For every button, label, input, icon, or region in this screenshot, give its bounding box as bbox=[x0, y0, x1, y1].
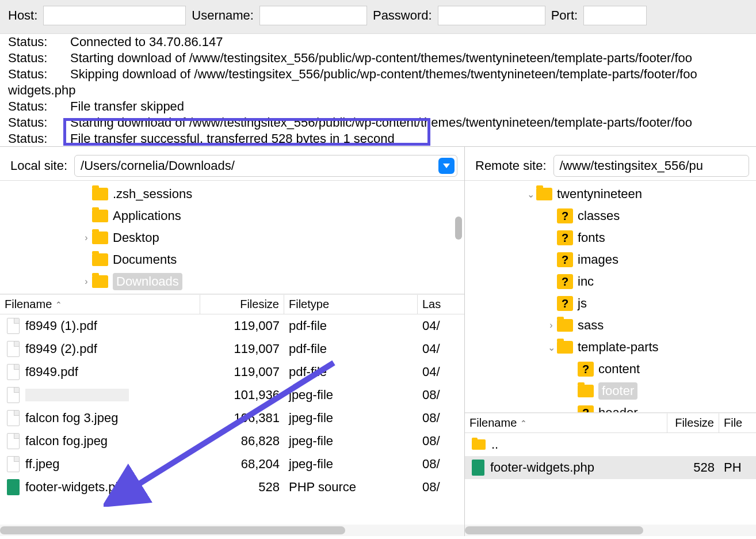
log-text: Starting download of /www/testingsitex_5… bbox=[70, 50, 692, 66]
file-icon bbox=[7, 456, 20, 472]
file-lastmod: 04/ bbox=[418, 318, 464, 333]
tree-item[interactable]: ›Downloads bbox=[0, 271, 464, 293]
log-line: Status:Connected to 34.70.86.147 bbox=[8, 34, 748, 50]
port-input[interactable] bbox=[583, 6, 647, 25]
file-type: jpeg-file bbox=[284, 411, 418, 426]
host-input[interactable] bbox=[43, 6, 186, 25]
tree-item[interactable]: ⌄template-parts bbox=[465, 336, 756, 358]
col-filetype[interactable]: File bbox=[719, 413, 756, 432]
tree-item[interactable]: ?classes bbox=[465, 205, 756, 227]
file-row[interactable]: falcon fog 3.jpeg106,381jpeg-file08/ bbox=[0, 407, 464, 430]
scrollbar-thumb[interactable] bbox=[0, 526, 345, 534]
tree-item[interactable]: ⌄twentynineteen bbox=[465, 183, 756, 205]
tree-item[interactable]: ?images bbox=[465, 249, 756, 271]
password-input[interactable] bbox=[438, 6, 545, 25]
remote-path-combo[interactable]: /www/testingsitex_556/pu bbox=[553, 155, 750, 177]
folder-unknown-icon: ? bbox=[557, 208, 573, 223]
remote-tree[interactable]: ⌄twentynineteen?classes?fonts?images?inc… bbox=[465, 180, 756, 413]
chevron-down-icon[interactable] bbox=[438, 158, 455, 174]
tree-item[interactable]: Documents bbox=[0, 249, 464, 271]
file-row[interactable]: ff.jpeg68,204jpeg-file08/ bbox=[0, 453, 464, 476]
log-text: Starting download of /www/testingsitex_5… bbox=[70, 115, 692, 131]
file-size: 528 bbox=[667, 460, 719, 475]
file-row[interactable]: f8949 (1).pdf119,007pdf-file04/ bbox=[0, 314, 464, 337]
disclosure-icon[interactable]: › bbox=[81, 276, 92, 287]
folder-unknown-icon: ? bbox=[578, 405, 594, 413]
local-file-list[interactable]: Filename⌃ Filesize Filetype Las f8949 (1… bbox=[0, 294, 464, 536]
file-type: jpeg-file bbox=[284, 388, 418, 403]
folder-unknown-icon: ? bbox=[557, 230, 573, 245]
col-filesize[interactable]: Filesize bbox=[667, 413, 719, 432]
remote-site-label: Remote site: bbox=[475, 158, 547, 173]
file-row[interactable]: falcon fog.jpeg86,828jpeg-file08/ bbox=[0, 430, 464, 453]
disclosure-icon[interactable]: › bbox=[545, 320, 557, 331]
host-label: Host: bbox=[8, 8, 37, 23]
tree-label: .zsh_sessions bbox=[113, 187, 192, 202]
file-lastmod: 08/ bbox=[418, 457, 464, 472]
tree-label: Downloads bbox=[113, 273, 182, 290]
log-line: Status:Skipping download of /www/testing… bbox=[8, 66, 748, 82]
tree-item[interactable]: ›sass bbox=[465, 314, 756, 336]
disclosure-icon[interactable]: › bbox=[81, 233, 92, 243]
log-line: Status:File transfer successful, transfe… bbox=[8, 131, 748, 147]
file-type: jpeg-file bbox=[284, 434, 418, 449]
log-line: widgets.php bbox=[8, 82, 748, 98]
file-row[interactable]: footer-widgets.php528PH bbox=[465, 456, 756, 479]
file-row[interactable]: 101,936jpeg-file08/ bbox=[0, 384, 464, 407]
hscroll-track[interactable] bbox=[0, 525, 464, 536]
log-label: Status: bbox=[8, 115, 70, 131]
col-filename[interactable]: Filename⌃ bbox=[465, 413, 667, 432]
file-row[interactable]: footer-widgets.php528PHP source08/ bbox=[0, 476, 464, 499]
scrollbar-thumb[interactable] bbox=[465, 526, 643, 534]
file-name: .. bbox=[491, 437, 498, 452]
php-file-icon bbox=[472, 460, 484, 476]
file-icon bbox=[7, 410, 20, 426]
col-filename[interactable]: Filename⌃ bbox=[0, 295, 200, 314]
tree-item[interactable]: ?fonts bbox=[465, 227, 756, 249]
username-label: Username: bbox=[192, 8, 254, 23]
local-path-combo[interactable]: /Users/cornelia/Downloads/ bbox=[74, 155, 457, 177]
remote-pane: Remote site: /www/testingsitex_556/pu ⌄t… bbox=[465, 147, 756, 536]
disclosure-icon[interactable]: ⌄ bbox=[525, 189, 536, 200]
col-filetype[interactable]: Filetype bbox=[284, 295, 418, 314]
disclosure-icon[interactable]: ⌄ bbox=[545, 342, 557, 353]
tree-item[interactable]: footer bbox=[465, 380, 756, 402]
tree-item[interactable]: ?content bbox=[465, 358, 756, 380]
file-name: falcon fog.jpeg bbox=[25, 434, 108, 449]
file-type: pdf-file bbox=[284, 365, 418, 379]
file-lastmod: 08/ bbox=[418, 434, 464, 449]
file-row[interactable]: f8949 (2).pdf119,007pdf-file04/ bbox=[0, 337, 464, 360]
tree-label: Documents bbox=[113, 252, 177, 267]
file-row[interactable]: .. bbox=[465, 433, 756, 456]
file-icon bbox=[7, 433, 20, 449]
folder-unknown-icon: ? bbox=[557, 274, 573, 289]
tree-label: images bbox=[578, 252, 618, 267]
remote-file-list[interactable]: Filename⌃ Filesize File ..footer-widgets… bbox=[465, 413, 756, 536]
tree-item[interactable]: Applications bbox=[0, 205, 464, 227]
hscroll-track[interactable] bbox=[465, 525, 756, 536]
local-list-header[interactable]: Filename⌃ Filesize Filetype Las bbox=[0, 295, 464, 314]
port-label: Port: bbox=[551, 8, 578, 23]
tree-item[interactable]: ›Desktop bbox=[0, 227, 464, 249]
file-row[interactable]: f8949.pdf119,007pdf-file04/ bbox=[0, 360, 464, 384]
file-name: footer-widgets.php bbox=[490, 460, 594, 475]
log-pane: Status:Connected to 34.70.86.147Status:S… bbox=[0, 34, 756, 147]
log-label: Status: bbox=[8, 131, 70, 147]
tree-item[interactable]: ?js bbox=[465, 293, 756, 314]
tree-item[interactable]: ?inc bbox=[465, 271, 756, 293]
tree-item[interactable]: ?header bbox=[465, 402, 756, 413]
username-input[interactable] bbox=[259, 6, 367, 25]
file-name: f8949 (2).pdf bbox=[25, 341, 97, 356]
tree-item[interactable]: .zsh_sessions bbox=[0, 183, 464, 205]
log-label: Status: bbox=[8, 50, 70, 66]
scrollbar-thumb[interactable] bbox=[455, 217, 462, 240]
col-lastmod[interactable]: Las bbox=[418, 295, 464, 314]
col-filesize[interactable]: Filesize bbox=[200, 295, 284, 314]
tree-label: content bbox=[598, 362, 640, 377]
file-type: jpeg-file bbox=[284, 457, 418, 472]
local-tree[interactable]: .zsh_sessionsApplications›DesktopDocumen… bbox=[0, 180, 464, 294]
log-line: Status:File transfer skipped bbox=[8, 98, 748, 115]
password-label: Password: bbox=[373, 8, 432, 23]
file-name: footer-widgets.php bbox=[25, 480, 129, 495]
remote-list-header[interactable]: Filename⌃ Filesize File bbox=[465, 413, 756, 433]
